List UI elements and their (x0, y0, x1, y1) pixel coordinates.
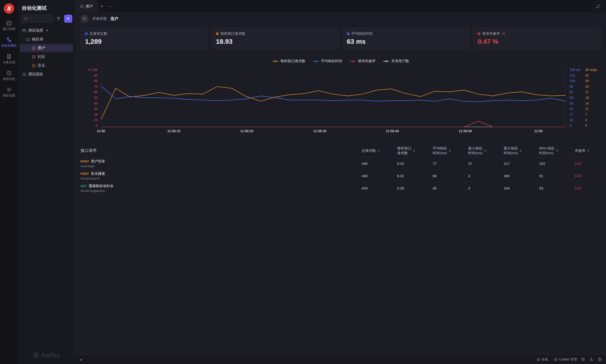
legend-label: 请求失败率 (358, 59, 376, 63)
x-tick: 11:59 (534, 129, 543, 133)
tree-group-label: 测试场景 (28, 28, 43, 33)
nav-item-automated-testing[interactable]: 自动化测试 (0, 37, 18, 47)
tab-bar: 用户 + ⋯ (75, 0, 606, 13)
axis-tick: 122 (569, 74, 583, 77)
search-input[interactable] (29, 17, 51, 21)
sort-icon[interactable] (587, 149, 589, 152)
tab-user[interactable]: 用户 (75, 0, 97, 13)
y-axis-percent: % 1009080706050403020100 (81, 68, 101, 127)
filter-button[interactable] (55, 15, 62, 23)
nav-item-label: 自动化测试 (1, 44, 17, 47)
column-header-min[interactable]: 最小响应时间(ms) (468, 146, 504, 155)
cell-p90: 53 (539, 186, 575, 190)
sort-icon[interactable] (556, 149, 558, 152)
axis-tick: 70 (81, 85, 97, 88)
axis-tick: 35 req/s (585, 68, 601, 71)
folder-icon (26, 37, 30, 41)
refresh-button[interactable] (594, 2, 602, 11)
x-axis: 11:58 11:58:10 11:58:20 11:58:30 11:58:4… (101, 129, 566, 136)
table-row[interactable]: POST音乐搜索 /music/search 430 6.32 68 3 330… (81, 170, 601, 182)
add-scenario-button[interactable]: + (64, 15, 72, 23)
new-tab-button[interactable]: + (97, 2, 106, 11)
chevron-down-icon[interactable] (46, 30, 49, 31)
nav-item-api-management[interactable]: 接口管理 (0, 20, 18, 31)
sort-icon[interactable] (449, 149, 451, 152)
cell-rps: 6.32 (397, 174, 433, 178)
api-name-cell[interactable]: POST用户登录 /user/login (81, 159, 362, 168)
apifox-logo[interactable]: 8 (4, 3, 14, 14)
chart-plot-area[interactable]: 11:58 11:58:10 11:58:20 11:58:30 11:58:4… (101, 68, 566, 136)
column-header-avg[interactable]: 平均响应时间(ms) (433, 146, 468, 155)
main-panel: 用户 + ⋯ 开发环境 用户 总请求次数 (75, 0, 606, 364)
online-status[interactable]: 在线 (536, 357, 548, 362)
chart-line-每秒接口请求数 (101, 87, 565, 119)
column-header-rps[interactable]: 每秒接口请求数 (397, 146, 433, 155)
cell-min: 4 (468, 186, 504, 190)
sort-icon[interactable] (378, 149, 380, 152)
axis-tick: 14 (585, 102, 601, 105)
sort-icon[interactable] (413, 149, 415, 152)
legend-item[interactable]: 每秒接口请求数 (272, 59, 305, 63)
table-row[interactable]: POST用户登录 /user/login 430 6.32 77 37 217 … (81, 157, 601, 170)
nav-item-project-settings[interactable]: 项目设置 (0, 87, 18, 97)
stat-ring-icon (85, 32, 88, 35)
axis-tick: 68 (569, 96, 583, 99)
tree-group-test-scenarios[interactable]: 测试场景 (20, 26, 73, 35)
nav-item-share-docs[interactable]: 分享文档 (0, 54, 18, 64)
help-button[interactable] (598, 357, 602, 361)
project-settings-icon (6, 87, 12, 92)
tree-folder-label: 根目录 (32, 37, 43, 42)
y-axis-ms: 136 ms122109958268544127140 (566, 68, 583, 127)
sidebar-title: 自动化测试 (18, 0, 75, 15)
search-box[interactable] (22, 15, 53, 23)
legend-item[interactable]: 请求失败率 (350, 59, 376, 63)
collapse-sidebar-button[interactable]: « (80, 357, 82, 362)
nav-item-request-history[interactable]: 请求历史 (0, 70, 18, 81)
sort-icon[interactable] (520, 149, 522, 152)
legend-marker (383, 61, 389, 62)
axis-tick: 32 (585, 74, 601, 77)
automated-testing-icon (6, 37, 12, 43)
x-tick: 11:58 (96, 129, 105, 133)
column-header-failure-rate[interactable]: 失败率 (575, 148, 601, 153)
legend-item[interactable]: 平均响应时间 (313, 59, 342, 63)
axis-tick: 4 (585, 118, 601, 122)
x-tick: 11:58:50 (459, 129, 472, 133)
tree-item-community[interactable]: 社区 (20, 52, 73, 61)
api-name-cell[interactable]: POST音乐搜索 /music/search (81, 171, 362, 180)
legend-item[interactable]: 并发用户数 (383, 59, 409, 63)
cell-avg: 68 (433, 174, 468, 178)
cell-total: 429 (362, 186, 397, 190)
axis-tick: % 100 (81, 68, 97, 71)
tab-more-button[interactable]: ⋯ (106, 2, 115, 11)
api-name: 搜索框自动补全 (89, 184, 114, 188)
stat-card-requests-per-second: 每秒接口请求数 18.93 (211, 27, 339, 50)
info-icon[interactable] (502, 32, 505, 36)
feedback-button[interactable] (589, 357, 593, 361)
column-header-p90[interactable]: 90% 响应时间(ms) (539, 146, 575, 155)
table-row[interactable]: GET搜索框自动补全 /music/suggestion 429 6.30 45… (81, 182, 601, 195)
cookie-manager[interactable]: Cookie 管理 (554, 357, 577, 362)
back-button[interactable] (81, 15, 89, 23)
environment-label[interactable]: 开发环境 (92, 16, 107, 21)
chart-legend: 每秒接口请求数 平均响应时间 请求失败率 并发用户数 (81, 59, 601, 63)
tree-item-label: 用户 (38, 46, 45, 51)
tree-item-music[interactable]: 音乐 (20, 61, 73, 70)
upgrade-button[interactable] (581, 357, 585, 361)
sort-icon[interactable] (484, 149, 486, 152)
column-header-total[interactable]: 总请求数 (362, 148, 397, 153)
tree-folder-root[interactable]: 根目录 (20, 35, 73, 43)
api-requests-table: 接口请求 总请求数 每秒接口请求数 平均响应时间(ms) 最小响应时间( (81, 144, 601, 195)
column-header-max[interactable]: 最大响应时间(ms) (504, 146, 539, 155)
nav-item-label: 接口管理 (3, 27, 15, 31)
tree-item-user[interactable]: 用户 (20, 44, 73, 52)
stat-ring-icon (478, 32, 480, 35)
tree-item-test-reports[interactable]: 测试报告 (20, 70, 73, 78)
legend-marker (350, 61, 356, 62)
flask-icon (589, 357, 593, 361)
axis-tick: 136 ms (569, 68, 583, 71)
scene-window-icon (22, 29, 26, 33)
cell-p90: 102 (539, 162, 575, 166)
api-name-cell[interactable]: GET搜索框自动补全 /music/suggestion (81, 184, 362, 193)
tab-label: 用户 (86, 4, 93, 9)
